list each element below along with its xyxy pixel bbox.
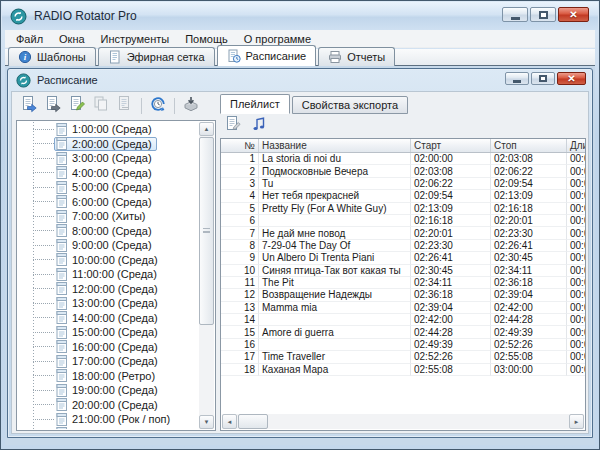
schedule-item-box: 18:00:00 (Ретро) xyxy=(54,369,160,383)
column-header-2[interactable]: Старт xyxy=(411,139,491,152)
table-row[interactable]: 15Amore di guerra02:44:2802:49:3900:05 xyxy=(221,326,585,338)
schedule-item-14[interactable]: 14:00:00 (Среда) xyxy=(18,311,199,326)
minimize-button[interactable] xyxy=(502,7,528,22)
tree-connector xyxy=(33,201,54,202)
table-row[interactable]: 10Синяя птица-Так вот какая ты02:30:4502… xyxy=(221,265,585,277)
table-row[interactable]: 2Подмосковные Вечера02:03:0802:06:2200:0… xyxy=(221,165,585,177)
schedule-item-16[interactable]: 16:00:00 (Среда) xyxy=(18,340,199,355)
main-titlebar[interactable]: RADIO Rotator Pro ✕ xyxy=(2,2,598,30)
close-button[interactable]: ✕ xyxy=(558,7,589,22)
menu-item-file[interactable]: Файл xyxy=(8,32,51,46)
schedule-item-20[interactable]: 20:00:00 (Среда) xyxy=(18,398,199,413)
schedule-item-13[interactable]: 13:00:00 (Среда) xyxy=(18,296,199,311)
schedule-item-9[interactable]: 9:00:00 (Среда) xyxy=(18,238,199,253)
playlist-hscrollbar[interactable]: ◄ ► xyxy=(222,414,584,429)
tree-scrollbar[interactable]: ▲ ▼ xyxy=(199,122,214,429)
scroll-down-icon[interactable]: ▼ xyxy=(199,415,214,429)
edit-track-button[interactable] xyxy=(222,115,244,137)
scroll-left-icon[interactable]: ◄ xyxy=(222,414,237,429)
schedule-item-2[interactable]: 2:00:00 (Среда) xyxy=(18,137,199,152)
scroll-up-icon[interactable]: ▲ xyxy=(199,122,214,136)
cell-name: Time Traveller xyxy=(259,351,411,363)
menu-item-tools[interactable]: Инструменты xyxy=(93,32,178,46)
schedule-item-22[interactable]: 22:00:00 (Среда) xyxy=(18,427,199,430)
table-row[interactable]: 1602:49:3902:52:2600:02 xyxy=(221,339,585,351)
move-item-button[interactable] xyxy=(42,95,64,117)
tab-schedule[interactable]: Расписание xyxy=(217,45,317,66)
tab-playlist[interactable]: Плейлист xyxy=(220,94,290,114)
tab-reports[interactable]: Отчеты xyxy=(318,47,395,66)
cell-name: 7-29-04 The Day Of xyxy=(259,240,411,252)
table-row[interactable]: 3Tu02:06:2202:09:5400:03 xyxy=(221,178,585,190)
column-header-1[interactable]: Название xyxy=(259,139,411,152)
schedule-item-5[interactable]: 5:00:00 (Среда) xyxy=(18,180,199,195)
column-header-4[interactable]: Длит xyxy=(567,139,585,152)
maximize-button[interactable] xyxy=(530,7,556,22)
column-header-3[interactable]: Стоп xyxy=(491,139,567,152)
table-row[interactable]: 5Pretty Fly (For A White Guy)02:13:0902:… xyxy=(221,203,585,215)
table-row[interactable]: 602:16:1802:20:0100:03 xyxy=(221,215,585,227)
table-row[interactable]: 1402:42:0002:44:2800:02 xyxy=(221,314,585,326)
table-row[interactable]: 4Нет тебя прекрасней02:09:5402:13:0900:0… xyxy=(221,190,585,202)
table-row[interactable]: 1La storia di noi du02:00:0002:03:0800:0… xyxy=(221,153,585,165)
table-row[interactable]: 17Time Traveller02:52:2602:55:0800:02 xyxy=(221,351,585,363)
cell-dur: 00:02 xyxy=(567,314,585,326)
main-window-controls: ✕ xyxy=(502,7,589,22)
menu-item-about[interactable]: О программе xyxy=(236,32,319,46)
table-row[interactable]: 11The Pit02:34:1102:36:1800:02 xyxy=(221,277,585,289)
tree-scrollbar-thumb[interactable] xyxy=(199,137,214,325)
schedule-item-12[interactable]: 12:00:00 (Среда) xyxy=(18,282,199,297)
schedule-titlebar[interactable]: Расписание ✕ xyxy=(8,69,592,90)
tab-broadcast-grid[interactable]: Эфирная сетка xyxy=(98,47,215,66)
table-row[interactable]: 12Возвращение Надежды02:36:1802:39:0400:… xyxy=(221,289,585,301)
schedule-item-6[interactable]: 6:00:00 (Среда) xyxy=(18,195,199,210)
tab-export-properties-label: Свойства экспорта xyxy=(302,99,398,111)
table-row[interactable]: 87-29-04 The Day Of02:23:3002:26:4100:03 xyxy=(221,240,585,252)
cell-stop: 02:36:18 xyxy=(491,277,567,289)
schedule-maximize-button[interactable] xyxy=(531,72,555,85)
tab-templates[interactable]: iШаблоны xyxy=(8,47,96,66)
schedule-item-15[interactable]: 15:00:00 (Среда) xyxy=(18,325,199,340)
cell-start: 02:26:41 xyxy=(411,252,491,264)
tab-playlist-label: Плейлист xyxy=(230,98,280,110)
schedule-doc-icon xyxy=(56,413,68,426)
schedule-item-11[interactable]: 11:00:00 (Среда) xyxy=(18,267,199,282)
table-row[interactable]: 9Un Albero Di Trenta Piani02:26:4102:30:… xyxy=(221,252,585,264)
schedule-close-button[interactable]: ✕ xyxy=(557,72,586,85)
menu-item-windows[interactable]: Окна xyxy=(51,32,93,46)
schedule-item-10[interactable]: 10:00:00 (Среда) xyxy=(18,253,199,268)
schedule-item-8[interactable]: 8:00:00 (Среда) xyxy=(18,224,199,239)
scroll-right-icon[interactable]: ► xyxy=(569,414,584,429)
table-row[interactable]: 18Каханая Мара02:55:0803:00:0000:04 xyxy=(221,364,585,376)
schedule-minimize-button[interactable] xyxy=(505,72,529,85)
schedule-item-7[interactable]: 7:00:00 (Хиты) xyxy=(18,209,199,224)
menu-item-help[interactable]: Помощь xyxy=(177,32,236,46)
schedule-doc-icon xyxy=(56,268,68,281)
schedule-item-17[interactable]: 17:00:00 (Среда) xyxy=(18,354,199,369)
schedule-item-21[interactable]: 21:00:00 (Рок / поп) xyxy=(18,412,199,427)
music-note-button[interactable] xyxy=(248,115,270,137)
schedule-item-label: 14:00:00 (Среда) xyxy=(72,312,158,324)
schedule-item-18[interactable]: 18:00:00 (Ретро) xyxy=(18,369,199,384)
tree-connector xyxy=(33,317,54,318)
tree-connector xyxy=(33,346,54,347)
table-row[interactable]: 7Не дай мне повод02:20:0102:23:3000:03 xyxy=(221,227,585,239)
schedule-item-3[interactable]: 3:00:00 (Среда) xyxy=(18,151,199,166)
export-button[interactable] xyxy=(180,95,202,117)
tab-export-properties[interactable]: Свойства экспорта xyxy=(292,96,408,114)
edit-item-button[interactable] xyxy=(66,95,88,117)
schedule-item-19[interactable]: 19:00:00 (Среда) xyxy=(18,383,199,398)
cell-start: 02:34:11 xyxy=(411,277,491,289)
column-header-0[interactable]: № xyxy=(221,139,259,152)
table-row[interactable]: 13Mamma mia02:39:0402:42:0000:02 xyxy=(221,302,585,314)
schedule-item-label: 21:00:00 (Рок / поп) xyxy=(72,413,170,425)
tree-connector xyxy=(33,143,54,144)
schedule-item-4[interactable]: 4:00:00 (Среда) xyxy=(18,166,199,181)
tree-connector xyxy=(33,375,54,376)
schedule-item-1[interactable]: 1:00:00 (Среда) xyxy=(18,122,199,137)
refresh-time-button[interactable] xyxy=(147,95,169,117)
schedule-item-box: 2:00:00 (Среда) xyxy=(54,137,157,151)
playlist-hscrollbar-thumb[interactable] xyxy=(238,414,268,429)
add-item-button[interactable] xyxy=(18,95,40,117)
tab-broadcast-grid-label: Эфирная сетка xyxy=(127,51,205,63)
